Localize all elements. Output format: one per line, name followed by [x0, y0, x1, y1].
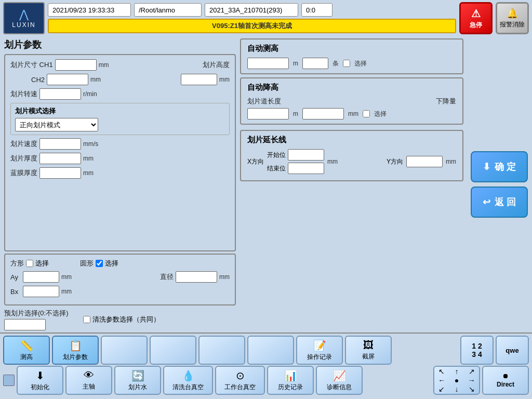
thickness-input[interactable]: 1.000 [39, 153, 81, 164]
toolbar-op-log[interactable]: 📝 操作记录 [296, 336, 343, 365]
clean-group: 清洗参数选择（共同） [83, 315, 160, 324]
nav-cluster[interactable]: ↖ ↑ ↗ ← ● → ↙ ↓ ↘ [433, 366, 480, 395]
height-input[interactable]: 0.060 [181, 74, 217, 85]
toolbar-empty-4[interactable] [247, 336, 294, 365]
mode-select[interactable]: 正向划片模式 反向划片模式 交替划片模式 [15, 118, 98, 131]
nav-down-right[interactable]: ↘ [469, 385, 475, 393]
toolbar-spindle[interactable]: 👁 主轴 [65, 366, 112, 395]
speed-label: 划片转速 [10, 89, 37, 99]
alarm-clear-button[interactable]: 🔔 报警消除 [496, 2, 529, 34]
square-checkbox[interactable] [26, 260, 33, 267]
x-end-input[interactable]: 5.000 [288, 163, 324, 174]
film-unit: mm [83, 169, 94, 177]
x-start-input[interactable]: 8.000 [288, 149, 324, 161]
logo: ⋀ LUXIN [3, 2, 45, 34]
clean-label: 清洗参数选择（共同） [92, 315, 160, 324]
film-input[interactable]: 0.070 [39, 167, 81, 179]
height-unit: mm [219, 76, 230, 83]
precut-input[interactable]: 0 [4, 319, 46, 330]
num-pad-button[interactable]: 1 23 4 [460, 336, 494, 365]
diameter-input[interactable]: 305.000 [176, 271, 217, 283]
nav-up[interactable]: ↑ [455, 367, 458, 376]
bx-input[interactable]: 0.000 [23, 286, 59, 297]
auto-height-checkbox[interactable] [343, 60, 350, 67]
toolbar-diag[interactable]: 📈 诊断信息 [316, 366, 363, 395]
diag-icon: 📈 [333, 369, 346, 382]
auto-height-title: 自动测高 [247, 44, 456, 54]
film-label: 蓝膜厚度 [10, 168, 37, 178]
nav-left[interactable]: ← [438, 376, 445, 384]
work-vacuum-icon: ⊙ [236, 369, 245, 382]
x-dir-label: X方向 [247, 157, 264, 166]
confirm-button[interactable]: ⬇ 确 定 [471, 151, 528, 182]
alarm-label: 报警消除 [500, 20, 525, 29]
back-button[interactable]: ↩ 返 回 [471, 187, 528, 218]
page-title: 划片参数 [4, 38, 236, 51]
mode-title: 划片模式选择 [15, 107, 225, 116]
auto-height-count-unit: 条 [332, 59, 339, 68]
square-group: 方形 选择 [10, 259, 49, 268]
toolbar-empty-3[interactable] [198, 336, 245, 365]
toolbar-screenshot[interactable]: 🖼 截屏 [345, 336, 392, 365]
slice-params-label: 划片参数 [63, 353, 88, 362]
right-panel: 自动测高 0.000 m 0 条 选择 自动降高 划片道长度 下降量 0.000… [240, 38, 463, 330]
toolbar-work-vacuum[interactable]: ⊙ 工作台真空 [215, 366, 265, 395]
clean-checkbox[interactable] [83, 316, 90, 323]
toolbar-init[interactable]: ⬇ 初始化 [17, 366, 63, 395]
num-pad-icon: 1 23 4 [472, 342, 482, 358]
toolbar-clean-vacuum[interactable]: 💧 清洗台真空 [163, 366, 213, 395]
circle-checkbox[interactable] [96, 260, 103, 267]
auto-height-input[interactable]: 0.000 [247, 58, 289, 69]
auto-height-count[interactable]: 0 [302, 58, 328, 69]
auto-lower-length-input[interactable]: 0.000 [247, 108, 289, 119]
nav-down[interactable]: ↓ [455, 385, 458, 393]
toolbar-empty-1[interactable] [101, 336, 148, 365]
nav-up-right[interactable]: ↗ [469, 367, 475, 376]
nav-center[interactable]: ● [455, 376, 459, 384]
toolbar-measure-height[interactable]: 📏 测高 [3, 336, 50, 365]
clean-vacuum-icon: 💧 [182, 369, 195, 382]
toolbar-empty-2[interactable] [150, 336, 196, 365]
ch1-input[interactable]: 5.0000 [55, 59, 97, 71]
blade-water-label: 划片水 [128, 383, 147, 392]
y-input[interactable]: 3.000 [406, 156, 443, 167]
height-label: 划片高度 [203, 60, 230, 70]
ch1-unit: mm [99, 61, 109, 69]
precut-section: 预划片选择(0:不选择) 0 清洗参数选择（共同） [4, 309, 236, 330]
nav-right[interactable]: → [468, 376, 475, 384]
bx-label: Bx [10, 288, 21, 296]
clean-vacuum-label: 清洗台真空 [172, 383, 204, 392]
blade-water-icon: 🔄 [131, 369, 144, 382]
nav-down-left[interactable]: ↙ [438, 385, 445, 393]
nav-up-left[interactable]: ↖ [438, 367, 445, 376]
square-label: 方形 [10, 259, 24, 268]
y-unit: mm [446, 158, 456, 165]
header-info: 2021/09/23 19:33:33 /Root/lanmo 2021_33A… [48, 3, 456, 33]
ems-button[interactable]: ⚠ 急停 [459, 2, 493, 34]
ch2-input[interactable]: 5.0000 [47, 74, 88, 85]
diag-label: 诊断信息 [327, 383, 352, 392]
screenshot-label: 截屏 [362, 352, 375, 361]
toolbar-history[interactable]: 📊 历史记录 [267, 366, 314, 395]
thickness-row: 划片厚度 1.000 mm [10, 153, 230, 164]
auto-lower-checkbox[interactable] [363, 110, 370, 117]
init-icon: ⬇ [36, 369, 45, 382]
header: ⋀ LUXIN 2021/09/23 19:33:33 /Root/lanmo … [0, 0, 532, 36]
datetime-field: 2021/09/23 19:33:33 [48, 3, 131, 17]
spindle-icon: 👁 [84, 369, 94, 381]
thickness-label: 划片厚度 [10, 154, 37, 163]
qwe-button[interactable]: qwe [496, 336, 529, 365]
ems-icon: ⚠ [471, 7, 481, 20]
feed-input[interactable]: 20.000 [39, 138, 81, 150]
ay-input[interactable]: 0.000 [23, 271, 59, 283]
ay-label: Ay [10, 273, 21, 281]
toolbar-blade-water[interactable]: 🔄 划片水 [114, 366, 161, 395]
speed-input[interactable]: 30000 [39, 88, 81, 100]
film-row: 蓝膜厚度 0.070 mm [10, 167, 230, 179]
direct-button[interactable]: ⏺ Direct [482, 366, 529, 395]
toolbar-slice-params[interactable]: 📋 划片参数 [52, 336, 99, 365]
auto-lower-drop-input[interactable]: 0.0000 [302, 108, 344, 119]
ch1-row: 划片尺寸 CH1 5.0000 mm 划片高度 [10, 59, 230, 71]
thickness-unit: mm [83, 155, 94, 162]
ch2-unit: mm [90, 76, 101, 83]
